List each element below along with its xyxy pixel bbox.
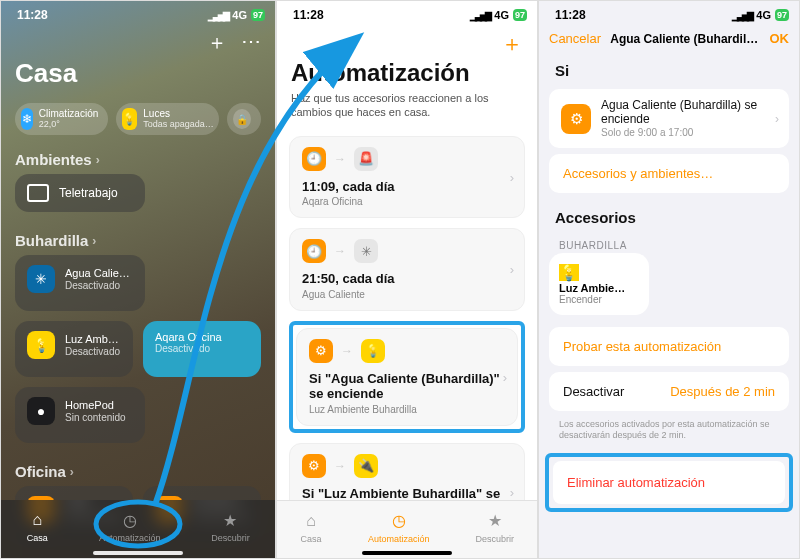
desactivar-note: Los accesorios activados por esta automa…	[539, 417, 799, 447]
chip-luces[interactable]: 💡 Luces Todas apagada…	[116, 103, 219, 135]
page-subtitle: Haz que tus accesorios reaccionen a los …	[291, 91, 523, 120]
chip-sub: 22,0°	[39, 120, 98, 129]
chip-more[interactable]: 🔒	[227, 103, 261, 135]
tab-descubrir[interactable]: ★ Descubrir	[211, 509, 250, 543]
arrow-icon: →	[334, 244, 346, 258]
chevron-right-icon: ›	[70, 465, 74, 479]
tab-bar: ⌂ Casa ◷ Automatización ★ Descubrir	[277, 500, 537, 558]
clock-icon: 🕘	[302, 239, 326, 263]
arrow-icon: →	[334, 459, 346, 473]
tab-casa[interactable]: ⌂ Casa	[26, 509, 48, 543]
bulb-icon: 💡	[559, 264, 579, 281]
siren-icon: 🚨	[354, 147, 378, 171]
phone-home: 11:28 4G 97 ＋ ⋯ Casa ❄ Climatización 22,…	[0, 0, 276, 559]
tab-bar: ⌂ Casa ◷ Automatización ★ Descubrir	[1, 500, 275, 558]
battery-icon: 97	[775, 9, 789, 21]
ok-button[interactable]: OK	[770, 31, 790, 46]
status-bar: 11:28 4G 97	[277, 1, 537, 25]
automation-item-agua[interactable]: ⚙ → 💡 Si "Agua Caliente (Buhardilla)" se…	[296, 328, 518, 426]
eliminar-button[interactable]: Eliminar automatización	[553, 461, 785, 504]
bulb-icon: 💡	[27, 331, 55, 359]
tab-automatizacion[interactable]: ◷ Automatización	[368, 510, 430, 544]
fan-icon: ✳	[27, 265, 55, 293]
lock-icon: 🔒	[233, 109, 251, 129]
signal-icon	[208, 9, 228, 21]
status-bar: 11:28 4G 97	[539, 1, 799, 25]
highlight-box: Eliminar automatización	[545, 453, 793, 512]
status-bar: 11:28 4G 97	[1, 1, 275, 25]
tab-descubrir[interactable]: ★ Descubrir	[475, 510, 514, 544]
chevron-right-icon: ›	[775, 112, 779, 126]
automation-item[interactable]: 🕘 → 🚨 11:09, cada día Aqara Oficina ›	[289, 136, 525, 219]
accesorios-ambientes-link[interactable]: Accesorios y ambientes…	[549, 154, 789, 193]
chip-label: Luces	[143, 109, 214, 120]
nav-title: Agua Caliente (Buhardilla) s…	[610, 32, 760, 46]
battery-icon: 97	[251, 9, 265, 21]
arrow-icon: →	[334, 152, 346, 166]
tab-casa[interactable]: ⌂ Casa	[300, 510, 322, 544]
network-icon: ⚙	[309, 339, 333, 363]
section-oficina[interactable]: Oficina ›	[1, 453, 275, 486]
house-icon: ⌂	[26, 509, 48, 531]
highlight-box: ⚙ → 💡 Si "Agua Caliente (Buhardilla)" se…	[289, 321, 525, 433]
clock-icon: ◷	[388, 510, 410, 532]
add-icon[interactable]: ＋	[207, 29, 227, 56]
automation-item[interactable]: 🕘 → ✳ 21:50, cada día Agua Caliente ›	[289, 228, 525, 311]
tile-teletrabajo[interactable]: Teletrabajo	[15, 174, 145, 212]
cancel-button[interactable]: Cancelar	[549, 31, 601, 46]
chevron-right-icon: ›	[96, 153, 100, 167]
clock-icon: 🕘	[302, 147, 326, 171]
star-icon: ★	[484, 510, 506, 532]
probar-link[interactable]: Probar esta automatización	[549, 327, 789, 366]
page-title: Automatización	[291, 59, 523, 87]
chevron-right-icon: ›	[510, 485, 514, 500]
status-time: 11:28	[17, 8, 48, 22]
section-ambientes[interactable]: Ambientes ›	[1, 141, 275, 174]
homepod-icon: ●	[27, 397, 55, 425]
accessory-tile-luz[interactable]: 💡 Luz Ambie… Encender	[549, 253, 649, 315]
page-title: Casa	[15, 58, 261, 89]
signal-icon	[470, 9, 490, 21]
more-icon[interactable]: ⋯	[241, 29, 261, 56]
network-label: 4G	[494, 9, 509, 21]
group-label: BUHARDILLA	[539, 230, 799, 253]
phone-detail: 11:28 4G 97 Cancelar Agua Caliente (Buha…	[538, 0, 800, 559]
chip-sub: Todas apagada…	[143, 120, 214, 129]
home-indicator	[93, 551, 183, 555]
snowflake-icon: ❄	[21, 108, 33, 130]
tile-aqara[interactable]: Aqara Oficina Desactivado	[143, 321, 261, 377]
plug-icon: 🔌	[354, 454, 378, 478]
section-accesorios: Accesorios	[539, 199, 799, 230]
fan-icon: ✳	[354, 239, 378, 263]
section-buhardilla[interactable]: Buhardilla ›	[1, 222, 275, 255]
network-icon: ⚙	[561, 104, 591, 134]
bulb-icon: 💡	[361, 339, 385, 363]
desactivar-cell[interactable]: Desactivar Después de 2 min	[549, 372, 789, 411]
signal-icon	[732, 9, 752, 21]
chevron-right-icon: ›	[510, 262, 514, 277]
network-label: 4G	[232, 9, 247, 21]
phone-automatizacion: 11:28 4G 97 ＋ Automatización Haz que tus…	[276, 0, 538, 559]
status-time: 11:28	[555, 8, 586, 22]
chip-label: Climatización	[39, 109, 98, 120]
house-icon: ⌂	[300, 510, 322, 532]
tile-homepod[interactable]: ● HomePod Sin contenido	[15, 387, 145, 443]
chip-climatizacion[interactable]: ❄ Climatización 22,0°	[15, 103, 108, 135]
status-time: 11:28	[293, 8, 324, 22]
arrow-icon: →	[341, 344, 353, 358]
chevron-right-icon: ›	[92, 234, 96, 248]
section-si: Si	[539, 52, 799, 83]
nav-bar: Cancelar Agua Caliente (Buhardilla) s… O…	[539, 25, 799, 52]
trigger-cell[interactable]: ⚙ Agua Caliente (Buhardilla) se enciende…	[549, 89, 789, 148]
tile-agua-caliente[interactable]: ✳ Agua Calie… Desactivado	[15, 255, 145, 311]
tab-automatizacion[interactable]: ◷ Automatización	[99, 509, 161, 543]
clock-icon: ◷	[119, 509, 141, 531]
network-label: 4G	[756, 9, 771, 21]
chevron-right-icon: ›	[510, 169, 514, 184]
bulb-icon: 💡	[122, 108, 137, 130]
chevron-right-icon: ›	[503, 369, 507, 384]
add-button[interactable]: ＋	[291, 29, 523, 59]
tile-luz-ambiente[interactable]: 💡 Luz Ambie… Desactivado	[15, 321, 133, 377]
tv-icon	[27, 184, 49, 202]
home-indicator	[362, 551, 452, 555]
